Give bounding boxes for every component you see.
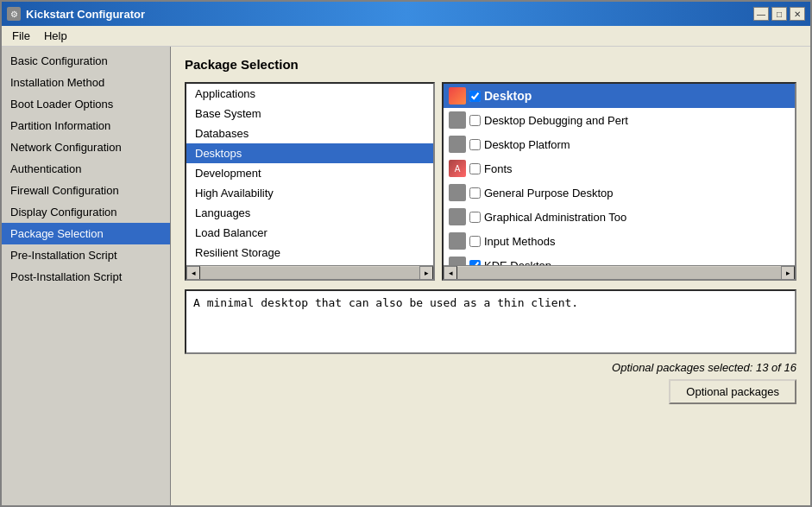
admin-label: Graphical Administration Too bbox=[484, 211, 626, 224]
sidebar-item-pre-installation-script[interactable]: Pre-Installation Script bbox=[2, 244, 170, 266]
packages-list[interactable]: Desktop Debugging and Pert Desktop Platf… bbox=[444, 108, 795, 265]
package-item-graphical-admin[interactable]: Graphical Administration Too bbox=[444, 205, 795, 229]
package-item-input-methods[interactable]: Input Methods bbox=[444, 229, 795, 253]
main-window: ⚙ Kickstart Configurator — □ ✕ File Help… bbox=[0, 0, 812, 507]
package-item-fonts[interactable]: A Fonts bbox=[444, 156, 795, 181]
desktop-header-checkbox[interactable] bbox=[469, 91, 481, 102]
debugging-icon bbox=[449, 111, 466, 129]
right-scrollbar-x[interactable]: ◂ ▸ bbox=[444, 265, 795, 279]
list-item-load-balancer[interactable]: Load Balancer bbox=[186, 223, 433, 243]
sidebar: Basic Configuration Installation Method … bbox=[2, 47, 171, 505]
packages-header: Desktop bbox=[444, 84, 795, 108]
input-methods-label: Input Methods bbox=[484, 235, 555, 248]
scroll-left-btn[interactable]: ◂ bbox=[186, 266, 200, 280]
sidebar-item-boot-loader-options[interactable]: Boot Loader Options bbox=[2, 93, 170, 115]
minimize-button[interactable]: — bbox=[753, 7, 769, 21]
menu-help[interactable]: Help bbox=[37, 28, 74, 44]
input-methods-icon bbox=[449, 232, 466, 250]
admin-checkbox[interactable] bbox=[469, 212, 481, 223]
fonts-checkbox[interactable] bbox=[469, 163, 481, 174]
right-scrollbar-track[interactable] bbox=[457, 267, 781, 279]
general-label: General Purpose Desktop bbox=[484, 187, 614, 200]
title-bar-left: ⚙ Kickstart Configurator bbox=[7, 7, 145, 21]
menu-file[interactable]: File bbox=[5, 28, 37, 44]
sidebar-item-network-configuration[interactable]: Network Configuration bbox=[2, 136, 170, 158]
package-item-general[interactable]: General Purpose Desktop bbox=[444, 181, 795, 205]
general-icon bbox=[449, 184, 466, 201]
list-item-resilient-storage[interactable]: Resilient Storage bbox=[186, 243, 433, 263]
menubar: File Help bbox=[2, 26, 810, 47]
list-item-applications[interactable]: Applications bbox=[186, 84, 433, 104]
content-area: Package Selection Applications Base Syst… bbox=[171, 47, 810, 505]
main-content: Basic Configuration Installation Method … bbox=[2, 47, 810, 505]
list-item-desktops[interactable]: Desktops bbox=[186, 143, 433, 163]
left-scrollbar-x[interactable]: ◂ ▸ bbox=[186, 265, 433, 279]
maximize-button[interactable]: □ bbox=[771, 7, 787, 21]
debugging-label: Desktop Debugging and Pert bbox=[484, 114, 628, 127]
kde-label: KDE Desktop bbox=[484, 259, 551, 266]
package-item-debugging[interactable]: Desktop Debugging and Pert bbox=[444, 108, 795, 132]
sidebar-item-partition-information[interactable]: Partition Information bbox=[2, 115, 170, 136]
title-bar: ⚙ Kickstart Configurator — □ ✕ bbox=[2, 2, 810, 26]
package-item-kde[interactable]: KDE Desktop bbox=[444, 253, 795, 265]
window-title: Kickstart Configurator bbox=[26, 8, 145, 21]
close-button[interactable]: ✕ bbox=[790, 7, 805, 21]
sidebar-item-firewall-configuration[interactable]: Firewall Configuration bbox=[2, 180, 170, 201]
right-scroll-left-btn[interactable]: ◂ bbox=[444, 266, 457, 280]
fonts-icon: A bbox=[449, 160, 466, 177]
left-scrollbar-track[interactable] bbox=[200, 267, 419, 279]
desktop-header-label: Desktop bbox=[484, 89, 532, 103]
app-icon: ⚙ bbox=[7, 7, 21, 21]
kde-icon bbox=[449, 257, 466, 265]
description-box: A minimal desktop that can also be used … bbox=[185, 289, 796, 354]
list-item-base-system[interactable]: Base System bbox=[186, 104, 433, 124]
window-controls: — □ ✕ bbox=[753, 7, 805, 21]
input-methods-checkbox[interactable] bbox=[469, 236, 481, 247]
sidebar-item-post-installation-script[interactable]: Post-Installation Script bbox=[2, 266, 170, 288]
desktop-header-icon bbox=[449, 87, 466, 105]
optional-packages-button[interactable]: Optional packages bbox=[669, 379, 796, 404]
general-checkbox[interactable] bbox=[469, 187, 481, 199]
sidebar-item-authentication[interactable]: Authentication bbox=[2, 158, 170, 180]
categories-list[interactable]: Applications Base System Databases Deskt… bbox=[186, 84, 433, 265]
optional-btn-row: Optional packages bbox=[185, 379, 796, 404]
list-item-high-availability[interactable]: High Availability bbox=[186, 183, 433, 203]
admin-icon bbox=[449, 208, 466, 225]
debugging-checkbox[interactable] bbox=[469, 115, 481, 126]
platform-label: Desktop Platform bbox=[484, 138, 570, 151]
list-item-languages[interactable]: Languages bbox=[186, 203, 433, 223]
sidebar-item-display-configuration[interactable]: Display Configuration bbox=[2, 201, 170, 223]
platform-icon bbox=[449, 136, 466, 153]
scroll-right-btn[interactable]: ▸ bbox=[419, 266, 433, 280]
page-title: Package Selection bbox=[185, 57, 796, 72]
list-item-databases[interactable]: Databases bbox=[186, 124, 433, 143]
packages-panel: Desktop Desktop Debugging and Pert Deskt… bbox=[442, 82, 796, 281]
right-scroll-right-btn[interactable]: ▸ bbox=[781, 266, 795, 280]
package-item-platform[interactable]: Desktop Platform bbox=[444, 132, 795, 156]
platform-checkbox[interactable] bbox=[469, 139, 481, 150]
fonts-label: Fonts bbox=[484, 162, 513, 175]
description-area: A minimal desktop that can also be used … bbox=[185, 289, 796, 495]
sidebar-item-package-selection[interactable]: Package Selection bbox=[2, 223, 170, 244]
panels-row: Applications Base System Databases Deskt… bbox=[185, 82, 796, 281]
list-item-development[interactable]: Development bbox=[186, 163, 433, 183]
sidebar-item-installation-method[interactable]: Installation Method bbox=[2, 72, 170, 93]
optional-info: Optional packages selected: 13 of 16 bbox=[185, 361, 796, 374]
categories-panel: Applications Base System Databases Deskt… bbox=[185, 82, 435, 281]
sidebar-item-basic-configuration[interactable]: Basic Configuration bbox=[2, 50, 170, 72]
